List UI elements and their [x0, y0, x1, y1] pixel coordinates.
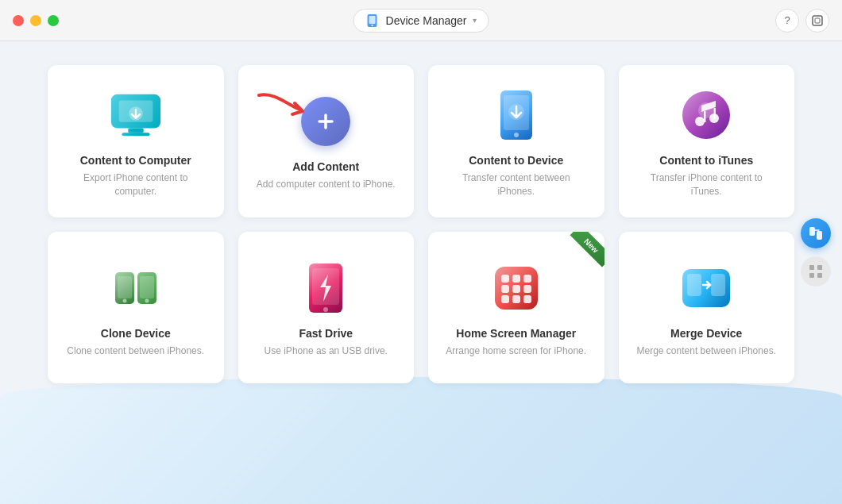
grid-view-icon: [809, 264, 823, 279]
close-button[interactable]: [13, 15, 24, 26]
chevron-down-icon: ▾: [473, 16, 477, 25]
card-title: Content to Computer: [80, 154, 191, 167]
phone-icon: [365, 13, 380, 28]
card-title: Add Content: [292, 160, 359, 173]
titlebar-right: ?: [775, 9, 829, 33]
grid-icon: [493, 265, 539, 311]
card-desc: Transfer content between iPhones.: [444, 171, 589, 198]
svg-rect-45: [817, 265, 822, 270]
svg-rect-31: [512, 275, 520, 283]
merge-device-icon: [678, 260, 734, 316]
content-to-computer-icon: [108, 87, 164, 143]
merge-icon: [681, 266, 732, 310]
help-button[interactable]: ?: [775, 9, 799, 33]
svg-rect-33: [501, 285, 509, 293]
card-title: Content to Device: [469, 154, 563, 167]
minimize-button[interactable]: [30, 15, 41, 26]
phone-device-icon: [499, 89, 534, 141]
card-desc: Use iPhone as an USB drive.: [265, 344, 388, 358]
window-button[interactable]: [805, 9, 829, 33]
svg-rect-34: [512, 285, 520, 293]
transfer-button[interactable]: [801, 218, 831, 248]
transfer-icon: [808, 225, 824, 241]
side-toolbar: [801, 218, 831, 287]
svg-point-12: [514, 133, 519, 137]
card-title: Merge Device: [670, 327, 742, 340]
svg-rect-4: [815, 18, 820, 23]
card-desc: Merge content between iPhones.: [637, 344, 776, 358]
card-desc: Export iPhone content to computer.: [64, 171, 208, 198]
card-merge-device[interactable]: Merge Device Merge content between iPhon…: [619, 232, 795, 384]
svg-rect-42: [809, 227, 815, 236]
card-home-screen-manager[interactable]: New: [428, 232, 604, 384]
new-label: New: [570, 232, 604, 267]
svg-rect-8: [128, 129, 143, 133]
home-screen-icon: [489, 260, 544, 316]
svg-rect-40: [687, 274, 701, 296]
plus-icon: [313, 109, 338, 134]
card-clone-device[interactable]: Clone Device Clone content between iPhon…: [48, 232, 224, 384]
dropdown-title: Device Manager: [386, 14, 467, 27]
grid-view-button[interactable]: [801, 256, 831, 287]
svg-point-28: [323, 307, 328, 312]
svg-rect-47: [817, 273, 822, 278]
feature-grid: Content to Computer Export iPhone conten…: [48, 65, 794, 383]
clone-device-icon: [108, 260, 164, 316]
svg-rect-46: [809, 273, 814, 278]
window-controls: [13, 15, 59, 26]
svg-rect-37: [512, 295, 520, 303]
maximize-button[interactable]: [48, 15, 59, 26]
card-desc: Transfer iPhone content to iTunes.: [635, 171, 779, 198]
computer-icon: [108, 92, 164, 138]
itunes-circle-icon: [681, 90, 732, 140]
svg-rect-36: [501, 295, 509, 303]
arrow-icon: [251, 87, 315, 127]
card-desc: Clone content between iPhones.: [67, 344, 204, 358]
svg-rect-38: [523, 295, 531, 303]
titlebar: Device Manager ▾ ?: [0, 0, 842, 41]
card-content-to-itunes[interactable]: Content to iTunes Transfer iPhone conten…: [619, 65, 795, 217]
card-title: Home Screen Manager: [456, 327, 576, 340]
svg-point-22: [122, 298, 126, 302]
card-content-to-computer[interactable]: Content to Computer Export iPhone conten…: [48, 65, 224, 217]
fullscreen-icon: [811, 14, 824, 27]
svg-rect-9: [122, 133, 149, 136]
card-add-content[interactable]: Add Content Add computer content to iPho…: [238, 65, 415, 217]
svg-rect-21: [118, 276, 132, 298]
card-title: Content to iTunes: [659, 154, 753, 167]
svg-point-25: [145, 298, 149, 302]
card-desc: Arrange home screen for iPhone.: [446, 344, 586, 358]
svg-rect-30: [501, 275, 509, 283]
svg-rect-44: [809, 265, 814, 270]
svg-point-2: [372, 25, 373, 26]
card-content-to-device[interactable]: Content to Device Transfer content betwe…: [428, 65, 604, 217]
svg-rect-1: [369, 16, 376, 24]
red-arrow-indicator: [251, 87, 315, 127]
svg-rect-24: [140, 276, 154, 298]
svg-point-16: [695, 117, 705, 126]
svg-rect-43: [817, 231, 822, 240]
itunes-icon: [678, 87, 734, 143]
svg-rect-35: [523, 285, 531, 293]
svg-rect-3: [813, 16, 822, 25]
main-content: Content to Computer Export iPhone conten…: [0, 41, 842, 399]
card-desc: Add computer content to iPhone.: [257, 178, 396, 191]
card-fast-drive[interactable]: Fast Drive Use iPhone as an USB drive.: [238, 232, 415, 384]
card-title: Clone Device: [101, 327, 171, 340]
svg-rect-41: [711, 274, 725, 296]
fast-drive-icon: [298, 260, 353, 316]
new-badge: New: [562, 232, 604, 275]
card-title: Fast Drive: [299, 327, 353, 340]
content-to-device-icon: [489, 87, 544, 143]
svg-rect-19: [714, 108, 716, 119]
svg-rect-32: [523, 275, 531, 283]
lightning-phone-icon: [307, 262, 344, 314]
device-manager-dropdown[interactable]: Device Manager ▾: [353, 9, 489, 33]
svg-rect-18: [704, 111, 706, 122]
clone-phones-icon: [112, 264, 160, 312]
